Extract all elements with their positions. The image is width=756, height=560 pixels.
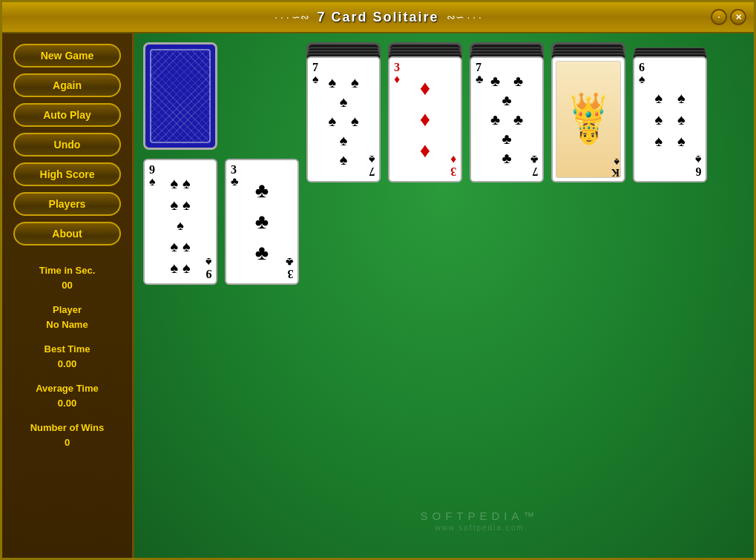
title-deco-right: ∾∽ · · · [447,11,481,23]
best-time-label: Best Time [30,342,105,357]
game-area[interactable]: 9♠ ♠ ♠ ♠ ♠ ♠ ♠ ♠ ♠ ♠ [134,33,754,558]
title-bar: · · · ∽∾ 7 Card Solitaire ∾∽ · · · · ✕ [2,2,754,33]
undo-button[interactable]: Undo [13,133,121,157]
stock-pile[interactable] [143,42,217,150]
player-label: Player [30,303,105,317]
time-label: Time in Sec. [30,263,105,278]
tableau-pile-2[interactable]: 3♣ ♣ ♣ ♣ 3♣ [225,159,299,296]
player-value: No Name [30,317,105,332]
card-king[interactable]: K♠ 👑 🤴 K♠ [551,56,625,182]
card-3-clubs[interactable]: 3♣ ♣ ♣ ♣ 3♣ [225,159,299,285]
avg-time-label: Average Time [30,381,105,396]
about-button[interactable]: About [13,222,121,246]
tableau-pile-7[interactable]: 6♠ ♠ ♠ ♠ ♠ [633,159,707,296]
auto-play-button[interactable]: Auto Play [13,103,121,127]
card-9-spades[interactable]: 9♠ ♠ ♠ ♠ ♠ ♠ ♠ ♠ ♠ ♠ [143,159,217,285]
high-score-button[interactable]: High Score [13,162,121,186]
avg-time-value: 0.00 [30,396,105,411]
main-window: · · · ∽∾ 7 Card Solitaire ∾∽ · · · · ✕ N… [0,0,756,560]
watermark-text: SOFTPEDIA™ [420,510,539,522]
tableau-pile-4[interactable]: 3♦ ♦ ♦ ♦ 3♦ [388,159,462,296]
tableau-pile-6[interactable]: K♠ 👑 🤴 K♠ [551,159,625,296]
players-button[interactable]: Players [13,192,121,216]
window-title: 7 Card Solitaire [317,10,438,25]
tableau-pile-3[interactable]: 7♠ ♠ ♠ ♠ ♠ ♠ [306,159,381,296]
wins-label: Number of Wins [30,421,105,435]
card-3-diamonds[interactable]: 3♦ ♦ ♦ ♦ 3♦ [388,56,462,182]
wins-value: 0 [30,435,105,450]
tableau-pile-1[interactable]: 9♠ ♠ ♠ ♠ ♠ ♠ ♠ ♠ ♠ ♠ [143,159,217,296]
waste-pile [225,42,299,150]
stats-panel: Time in Sec. 00 Player No Name Best Time… [30,263,105,460]
minimize-button[interactable]: · [711,9,727,25]
best-time-value: 0.00 [30,357,105,372]
time-value: 00 [30,278,105,293]
again-button[interactable]: Again [13,73,121,97]
best-time-stat: Best Time 0.00 [30,342,105,371]
card-7-spades[interactable]: 7♠ ♠ ♠ ♠ ♠ ♠ [306,56,381,182]
new-game-button[interactable]: New Game [13,44,121,67]
title-deco-left: · · · ∽∾ [275,11,309,23]
card-6-spades[interactable]: 6♠ ♠ ♠ ♠ ♠ [633,56,707,182]
content-area: New Game Again Auto Play Undo High Score… [2,33,754,558]
close-button[interactable]: ✕ [730,9,746,25]
avg-time-stat: Average Time 0.00 [30,381,105,410]
window-controls: · ✕ [711,9,746,25]
player-stat: Player No Name [30,303,105,332]
tableau-pile-5[interactable]: 7♣ ♣ ♣ ♣ ♣ ♣ [470,159,544,296]
wins-stat: Number of Wins 0 [30,421,105,449]
tableau-row: 9♠ ♠ ♠ ♠ ♠ ♠ ♠ ♠ ♠ ♠ [143,159,745,296]
sidebar: New Game Again Auto Play Undo High Score… [2,33,134,558]
time-stat: Time in Sec. 00 [30,263,105,292]
watermark-sub: www.softpedia.com [420,524,539,532]
card-7-clubs[interactable]: 7♣ ♣ ♣ ♣ ♣ ♣ [470,56,544,182]
